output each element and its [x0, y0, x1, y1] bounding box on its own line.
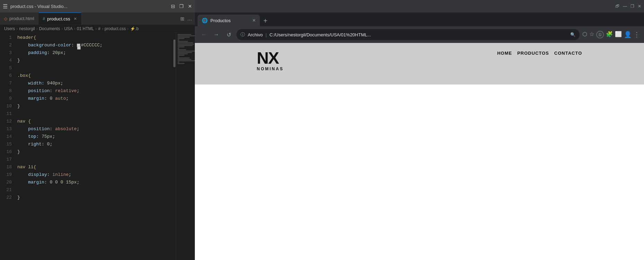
tab-favicon: 🌐	[202, 18, 208, 23]
site-logo-sub: NOMINAS	[257, 66, 284, 71]
bookmark-icon[interactable]: ☆	[589, 31, 594, 38]
tab-close-icon[interactable]: ✕	[74, 17, 77, 21]
code-line-4: }	[17, 57, 173, 64]
code-line-19: display: inline;	[17, 171, 173, 179]
vscode-title: product.css - Visual Studio...	[10, 4, 168, 9]
tab-actions: ⊞ …	[180, 12, 195, 25]
tab-label-css: product.css	[47, 16, 70, 21]
browser-toolbar-actions: ⬡ ☆ ① 🧩 ⬜ 👤 ⋮	[582, 31, 640, 38]
vscode-title-bar: ☰ product.css - Visual Studio... ⊟ ❐ ✕	[0, 0, 195, 12]
browser-tab-bar: 🌐 Productos ✕ +	[195, 12, 644, 26]
tabs-bar: ◇ product.html # product.css ✕ ⊞ …	[0, 12, 195, 25]
breadcrumb-nestorgil[interactable]: nestorgil	[19, 26, 35, 31]
extensions-icon[interactable]: 🧩	[606, 31, 613, 38]
code-editor[interactable]: header{ background-color: #CCCCCC; paddi…	[15, 33, 173, 260]
tab-label-html: product.html	[9, 16, 34, 21]
code-line-3: padding: 20px;	[17, 49, 173, 57]
editor-area: 12345 678910 1112131415 1617181920 2122 …	[0, 33, 195, 260]
browser-menu-icon[interactable]: ⋮	[634, 31, 640, 38]
menu-icon[interactable]: ☰	[3, 3, 8, 10]
browser-minimize-button[interactable]: —	[623, 4, 627, 9]
browser-address-bar: ← → ↺ ⓘ Archivo | C:/Users/nestorgil/Doc…	[195, 26, 644, 43]
user-avatar[interactable]: 👤	[624, 31, 632, 38]
code-line-10: }	[17, 102, 173, 110]
browser-maximize-button[interactable]: ❐	[631, 4, 634, 9]
tab-title: Productos	[210, 18, 231, 23]
browser-window-controls: 🗗 — ❐ ✕	[615, 4, 641, 9]
line-numbers: 12345 678910 1112131415 1617181920 2122	[0, 33, 15, 260]
code-line-14: top: 75px;	[17, 133, 173, 141]
address-field[interactable]: ⓘ Archivo | C:/Users/nestorgil/Documents…	[236, 29, 580, 40]
site-header: NX NOMINAS HOME PRODUCTOS CONTACTO	[195, 43, 644, 84]
scrollbar-thumb[interactable]	[173, 39, 175, 67]
code-line-6: .box{	[17, 72, 173, 80]
split-editor-icon[interactable]: ⊞	[180, 16, 184, 21]
code-line-12: nav {	[17, 118, 173, 125]
address-protocol-label: Archivo	[248, 32, 263, 37]
back-button[interactable]: ←	[199, 32, 209, 38]
code-line-5	[17, 64, 173, 72]
share-icon[interactable]: ⬡	[582, 31, 587, 38]
code-line-15: right: 0;	[17, 141, 173, 148]
code-line-1: header{	[17, 34, 173, 42]
html-file-icon: ◇	[4, 16, 7, 21]
code-line-20: margin: 0 0 0 15px;	[17, 179, 173, 186]
breadcrumb: Users › nestorgil › Documents › USA › 01…	[0, 25, 195, 33]
nav-contacto[interactable]: CONTACTO	[554, 51, 582, 56]
breadcrumb-hash: #	[98, 26, 100, 31]
code-line-17	[17, 156, 173, 163]
browser-chevron-down-icon[interactable]: 🗗	[615, 4, 619, 9]
minimap	[176, 33, 195, 260]
vscode-editor-panel: ☰ product.css - Visual Studio... ⊟ ❐ ✕ ◇…	[0, 0, 195, 260]
editor-scrollbar[interactable]	[173, 33, 176, 260]
browser-viewport: NX NOMINAS HOME PRODUCTOS CONTACTO	[195, 43, 644, 260]
code-line-22: }	[17, 194, 173, 201]
breadcrumb-usa[interactable]: USA	[64, 26, 73, 31]
tab-close-button[interactable]: ✕	[252, 18, 256, 23]
code-line-2: background-color: #CCCCCC;	[17, 42, 173, 49]
new-tab-button[interactable]: +	[261, 16, 270, 26]
nav-home[interactable]: HOME	[497, 51, 512, 56]
code-line-7: width: 940px;	[17, 80, 173, 87]
tab-product-html[interactable]: ◇ product.html	[0, 12, 39, 25]
profile-badge[interactable]: ①	[596, 31, 604, 38]
code-line-18: nav li{	[17, 163, 173, 171]
address-url: C:/Users/nestorgil/Documents/USA/01%20HT…	[270, 32, 568, 37]
browser-close-button[interactable]: ✕	[638, 4, 641, 9]
address-separator: |	[265, 32, 266, 37]
zoom-icon[interactable]: 🔍	[570, 32, 575, 37]
vscode-window-controls: ⊟ ❐ ✕	[171, 3, 192, 9]
nav-productos[interactable]: PRODUCTOS	[517, 51, 549, 56]
browser-layout-icon[interactable]: ⬜	[615, 31, 622, 38]
more-actions-icon[interactable]: …	[187, 16, 192, 21]
close-button[interactable]: ✕	[188, 3, 192, 9]
maximize-button[interactable]: ❐	[179, 3, 184, 9]
breadcrumb-users[interactable]: Users	[4, 26, 15, 31]
minimize-button[interactable]: ⊟	[171, 3, 175, 9]
site-info-icon[interactable]: ⓘ	[241, 32, 245, 38]
breadcrumb-01html[interactable]: 01 HTML	[77, 26, 94, 31]
css-file-icon: #	[43, 16, 45, 21]
tab-product-css[interactable]: # product.css ✕	[39, 12, 81, 25]
browser-panel: 🗗 — ❐ ✕ 🌐 Productos ✕ + ← → ↺ ⓘ Archivo …	[195, 0, 644, 260]
site-nav: HOME PRODUCTOS CONTACTO	[492, 50, 582, 56]
forward-button[interactable]: →	[211, 32, 221, 38]
code-line-13: position: absolute;	[17, 125, 173, 133]
browser-title-bar: 🗗 — ❐ ✕	[195, 0, 644, 12]
code-line-21	[17, 186, 173, 194]
code-line-16: }	[17, 148, 173, 156]
browser-active-tab[interactable]: 🌐 Productos ✕	[198, 15, 260, 26]
site-logo-brand: NX	[257, 50, 279, 66]
code-line-9: margin: 0 auto;	[17, 95, 173, 102]
reload-button[interactable]: ↺	[224, 32, 234, 38]
breadcrumb-documents[interactable]: Documents	[39, 26, 60, 31]
site-body	[195, 84, 644, 260]
code-line-8: position: relative;	[17, 87, 173, 95]
breadcrumb-productcss[interactable]: product.css	[105, 26, 126, 31]
site-header-inner: NX NOMINAS HOME PRODUCTOS CONTACTO	[257, 50, 582, 78]
code-line-11	[17, 110, 173, 118]
breadcrumb-symbol[interactable]: ⚡.b	[130, 26, 139, 31]
